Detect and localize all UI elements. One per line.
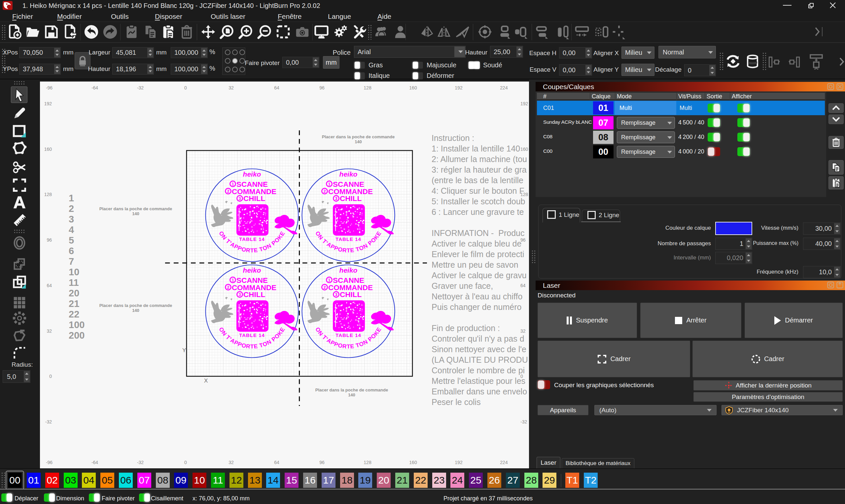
svg-text:2: 2 [323, 285, 325, 290]
svg-text:heiko: heiko [243, 170, 261, 178]
svg-text:140: 140 [132, 211, 139, 216]
svg-text:Placer dans la poche de comman: Placer dans la poche de commande [322, 134, 394, 139]
svg-text:1: 1 [328, 277, 330, 283]
svg-text:3: 3 [239, 292, 241, 297]
svg-text:140: 140 [132, 308, 139, 313]
svg-text:2: 2 [227, 285, 229, 290]
svg-text:CHILL: CHILL [340, 290, 362, 299]
svg-text:X: X [204, 378, 208, 384]
svg-text:140: 140 [355, 139, 362, 144]
svg-text:TABLE 14: TABLE 14 [239, 332, 265, 338]
svg-text:CHILL: CHILL [340, 194, 362, 203]
svg-text:3: 3 [335, 196, 337, 201]
svg-text:2: 2 [227, 189, 229, 194]
svg-text:TABLE 14: TABLE 14 [335, 236, 361, 242]
svg-text:TABLE 14: TABLE 14 [335, 332, 361, 338]
svg-text:2: 2 [323, 189, 325, 194]
svg-text:Placer dans la poche de comman: Placer dans la poche de commande [100, 303, 172, 308]
svg-text:140: 140 [348, 393, 355, 397]
svg-text:Y: Y [182, 347, 186, 354]
svg-text:Placer dans la poche de comman: Placer dans la poche de commande [100, 206, 172, 211]
svg-text:1: 1 [231, 277, 234, 283]
svg-text:CHILL: CHILL [243, 194, 265, 203]
svg-text:3: 3 [335, 292, 337, 297]
svg-text:TABLE 14: TABLE 14 [239, 236, 265, 242]
svg-text:heiko: heiko [243, 266, 261, 274]
svg-text:heiko: heiko [339, 266, 358, 274]
svg-text:1: 1 [231, 182, 234, 186]
svg-text:Placer dans la poche de comman: Placer dans la poche de commande [315, 388, 388, 393]
svg-text:1: 1 [328, 182, 330, 186]
svg-text:CHILL: CHILL [243, 290, 265, 299]
svg-text:heiko: heiko [339, 170, 358, 178]
svg-text:3: 3 [239, 196, 241, 201]
